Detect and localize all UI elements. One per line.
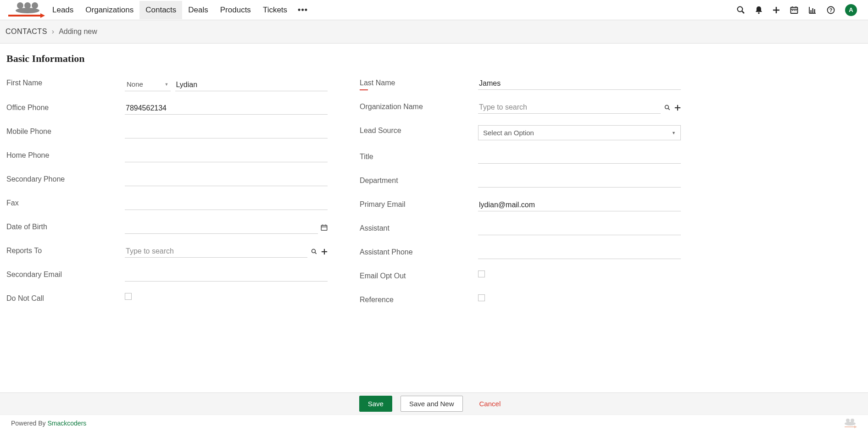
nav-tab-tickets[interactable]: Tickets — [257, 1, 293, 19]
svg-rect-22 — [814, 9, 815, 13]
assistant-input[interactable] — [478, 223, 681, 235]
chevron-down-icon: ▼ — [165, 82, 169, 87]
label-department: Department — [360, 175, 478, 185]
salutation-select[interactable]: None ▼ — [125, 77, 171, 91]
nav-icons: ? A — [737, 4, 864, 16]
breadcrumb-current: Adding new — [59, 28, 97, 36]
secondary-phone-input[interactable] — [125, 174, 328, 186]
label-last-name: Last Name — [360, 77, 478, 90]
svg-text:?: ? — [829, 7, 833, 13]
svg-point-2 — [32, 2, 38, 9]
label-org-name: Organization Name — [360, 101, 478, 111]
svg-line-7 — [742, 11, 745, 13]
calendar-icon[interactable] — [321, 224, 328, 231]
search-icon[interactable] — [311, 249, 317, 255]
label-assistant-phone: Assistant Phone — [360, 247, 478, 256]
svg-rect-15 — [792, 10, 793, 11]
section-title: Basic Information — [6, 53, 862, 65]
svg-rect-21 — [812, 8, 813, 13]
svg-rect-16 — [794, 10, 795, 11]
label-assistant: Assistant — [360, 223, 478, 232]
calendar-icon[interactable] — [790, 6, 798, 14]
nav-tab-organizations[interactable]: Organizations — [79, 1, 139, 19]
form-content: Basic Information First Name None ▼ Offi… — [0, 44, 868, 391]
primary-email-input[interactable] — [478, 199, 681, 211]
nav-tab-deals[interactable]: Deals — [182, 1, 214, 19]
label-lead-source: Lead Source — [360, 125, 478, 135]
label-title: Title — [360, 151, 478, 161]
label-dob: Date of Birth — [6, 221, 125, 231]
svg-line-30 — [315, 252, 317, 254]
svg-rect-20 — [811, 10, 812, 13]
svg-point-29 — [312, 249, 316, 253]
secondary-email-input[interactable] — [125, 269, 328, 282]
nav-tab-products[interactable]: Products — [214, 1, 257, 19]
title-input[interactable] — [478, 151, 681, 164]
svg-line-34 — [668, 108, 670, 110]
svg-point-0 — [17, 2, 23, 9]
svg-point-33 — [665, 105, 669, 109]
svg-point-8 — [758, 12, 760, 14]
chevron-right-icon: › — [52, 28, 54, 36]
label-reports-to: Reports To — [6, 245, 125, 255]
email-opt-out-checkbox[interactable] — [478, 271, 485, 277]
lead-source-select[interactable]: Select an Option ▼ — [478, 125, 681, 140]
svg-point-3 — [16, 8, 39, 13]
nav-more[interactable]: ••• — [293, 1, 312, 18]
label-primary-email: Primary Email — [360, 199, 478, 209]
label-do-not-call: Do Not Call — [6, 293, 125, 303]
label-fax: Fax — [6, 198, 125, 207]
bell-icon[interactable] — [755, 6, 762, 14]
dob-input[interactable] — [125, 221, 318, 234]
plus-icon[interactable] — [321, 249, 328, 255]
search-icon[interactable] — [664, 105, 671, 111]
label-reference: Reference — [360, 294, 478, 304]
chevron-down-icon: ▼ — [672, 131, 676, 135]
label-secondary-phone: Secondary Phone — [6, 174, 125, 183]
assistant-phone-input[interactable] — [478, 247, 681, 259]
do-not-call-checkbox[interactable] — [125, 293, 132, 300]
svg-rect-17 — [796, 10, 796, 11]
label-home-phone: Home Phone — [6, 150, 125, 160]
label-first-name: First Name — [6, 77, 125, 87]
nav-tab-contacts[interactable]: Contacts — [139, 1, 182, 19]
plus-icon[interactable] — [773, 6, 780, 14]
chart-icon[interactable] — [808, 6, 817, 14]
department-input[interactable] — [478, 175, 681, 188]
breadcrumb: CONTACTS › Adding new — [0, 20, 868, 44]
mobile-phone-input[interactable] — [125, 126, 328, 138]
salutation-value: None — [127, 80, 143, 88]
label-secondary-email: Secondary Email — [6, 269, 125, 279]
search-icon[interactable] — [737, 6, 745, 14]
svg-point-6 — [738, 6, 743, 11]
org-name-input[interactable] — [478, 101, 661, 114]
fax-input[interactable] — [125, 198, 328, 210]
svg-point-1 — [24, 2, 31, 9]
help-icon[interactable]: ? — [827, 6, 835, 14]
app-logo[interactable] — [3, 1, 46, 19]
breadcrumb-root[interactable]: CONTACTS — [6, 28, 47, 36]
office-phone-input[interactable] — [125, 102, 328, 115]
reports-to-input[interactable] — [125, 245, 307, 258]
home-phone-input[interactable] — [125, 150, 328, 162]
user-avatar[interactable]: A — [845, 4, 857, 16]
nav-tab-leads[interactable]: Leads — [46, 1, 79, 19]
label-mobile-phone: Mobile Phone — [6, 126, 125, 136]
svg-rect-25 — [321, 226, 327, 231]
label-office-phone: Office Phone — [6, 102, 125, 112]
lead-source-value: Select an Option — [483, 129, 534, 137]
last-name-input[interactable] — [478, 77, 681, 90]
plus-icon[interactable] — [674, 105, 681, 111]
reference-checkbox[interactable] — [478, 294, 485, 301]
svg-marker-5 — [40, 13, 45, 18]
label-email-opt-out: Email Opt Out — [360, 271, 478, 280]
top-navigation: Leads Organizations Contacts Deals Produ… — [0, 0, 868, 20]
first-name-input[interactable] — [175, 79, 328, 91]
nav-tabs: Leads Organizations Contacts Deals Produ… — [46, 1, 312, 19]
